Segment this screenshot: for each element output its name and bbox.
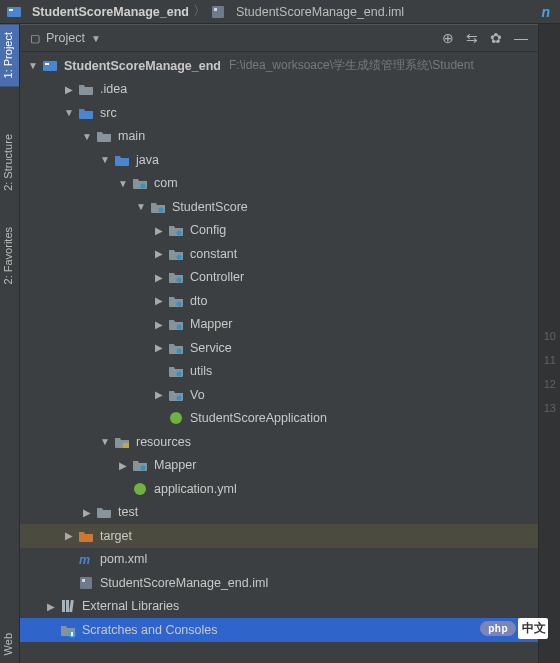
spring-icon	[132, 481, 148, 497]
svg-rect-24	[66, 600, 69, 612]
svg-point-8	[177, 231, 182, 236]
tree-row[interactable]: ▶utils	[20, 360, 538, 384]
tree-row[interactable]: ▶Mapper	[20, 454, 538, 478]
tree-row[interactable]: ▶External Libraries	[20, 595, 538, 619]
tree-row[interactable]: ▶StudentScoreManage_end.iml	[20, 571, 538, 595]
gutter-line-number: 12	[539, 378, 560, 402]
folder-grey-icon	[96, 504, 112, 520]
tree-row[interactable]: ▶Service	[20, 336, 538, 360]
svg-point-12	[177, 325, 182, 330]
tree-row[interactable]: ▶Config	[20, 219, 538, 243]
folder-blue-icon	[114, 152, 130, 168]
expand-arrow-icon[interactable]: ▶	[62, 530, 76, 541]
project-tree[interactable]: ▼ StudentScoreManage_end F:\idea_worksoa…	[20, 52, 538, 663]
breadcrumb-file-label: StudentScoreManage_end.iml	[236, 5, 404, 19]
left-tool-strip: 1: Project 2: Structure 2: Favorites Web	[0, 24, 20, 663]
package-icon	[168, 316, 184, 332]
expand-arrow-icon[interactable]: ▶	[152, 342, 166, 353]
svg-point-13	[177, 348, 182, 353]
svg-point-16	[170, 412, 182, 424]
tree-row[interactable]: ▶.idea	[20, 78, 538, 102]
expand-arrow-icon[interactable]: ▶	[152, 389, 166, 400]
tree-row-label: constant	[190, 247, 237, 261]
strip-tab-project[interactable]: 1: Project	[0, 24, 19, 86]
expand-arrow-icon[interactable]: ▶	[44, 601, 58, 612]
tree-row[interactable]: ▶dto	[20, 289, 538, 313]
strip-tab-favorites[interactable]: 2: Favorites	[0, 219, 19, 292]
tree-row[interactable]: ▼com	[20, 172, 538, 196]
collapse-arrow-icon[interactable]: ▼	[116, 178, 130, 189]
collapse-arrow-icon[interactable]: ▼	[80, 131, 94, 142]
breadcrumb-project[interactable]: StudentScoreManage_end	[6, 4, 189, 20]
scratch-icon	[60, 622, 76, 638]
expand-arrow-icon[interactable]: ▶	[152, 272, 166, 283]
tree-row[interactable]: ▼src	[20, 101, 538, 125]
breadcrumb-project-label: StudentScoreManage_end	[32, 5, 189, 19]
package-icon	[168, 363, 184, 379]
tree-row[interactable]: ▶constant	[20, 242, 538, 266]
tree-row[interactable]: ▶target	[20, 524, 538, 548]
folder-grey-icon	[78, 81, 94, 97]
package-icon	[132, 457, 148, 473]
tree-row[interactable]: ▶Vo	[20, 383, 538, 407]
tree-row[interactable]: ▶StudentScoreApplication	[20, 407, 538, 431]
collapse-arrow-icon[interactable]: ▼	[62, 107, 76, 118]
svg-rect-21	[80, 577, 92, 589]
project-panel-header: ▢ Project ▼ ⊕ ⇆ ✿ —	[20, 24, 538, 52]
gutter-line-number: 13	[539, 402, 560, 426]
library-icon	[60, 598, 76, 614]
tree-row[interactable]: ▶mpom.xml	[20, 548, 538, 572]
expand-arrow-icon[interactable]: ▶	[152, 248, 166, 259]
collapse-icon[interactable]: ⇆	[466, 30, 478, 46]
svg-rect-25	[69, 600, 74, 612]
tree-row-label: Mapper	[190, 317, 232, 331]
tree-row-label: Controller	[190, 270, 244, 284]
cn-label: 中文	[518, 618, 548, 639]
folder-grey-icon	[96, 128, 112, 144]
package-icon	[168, 246, 184, 262]
resources-icon	[114, 434, 130, 450]
svg-point-9	[177, 254, 182, 259]
expand-arrow-icon[interactable]: ▼	[26, 60, 40, 71]
tree-row[interactable]: ▼resources	[20, 430, 538, 454]
spring-icon	[168, 410, 184, 426]
locate-icon[interactable]: ⊕	[442, 30, 454, 46]
expand-arrow-icon[interactable]: ▶	[62, 84, 76, 95]
gutter-line-number: 10	[539, 330, 560, 354]
minimize-icon[interactable]: —	[514, 30, 528, 46]
collapse-arrow-icon[interactable]: ▼	[98, 154, 112, 165]
expand-arrow-icon[interactable]: ▶	[80, 507, 94, 518]
panel-title-label: Project	[46, 31, 85, 45]
expand-arrow-icon[interactable]: ▶	[152, 225, 166, 236]
tree-root-row[interactable]: ▼ StudentScoreManage_end F:\idea_worksoa…	[20, 54, 538, 78]
tree-row-label: External Libraries	[82, 599, 179, 613]
expand-arrow-icon[interactable]: ▶	[116, 460, 130, 471]
tree-row-label: utils	[190, 364, 212, 378]
tree-row[interactable]: ▶Mapper	[20, 313, 538, 337]
tree-row-label: StudentScoreApplication	[190, 411, 327, 425]
tree-row[interactable]: ▶test	[20, 501, 538, 525]
tree-row[interactable]: ▶Scratches and Consoles	[20, 618, 538, 642]
strip-tab-web[interactable]: Web	[0, 625, 19, 663]
expand-arrow-icon[interactable]: ▶	[152, 319, 166, 330]
tree-row[interactable]: ▶Controller	[20, 266, 538, 290]
panel-title[interactable]: ▢ Project ▼	[30, 31, 101, 45]
tree-row-label: com	[154, 176, 178, 190]
tree-row[interactable]: ▼StudentScore	[20, 195, 538, 219]
tree-row-label: .idea	[100, 82, 127, 96]
gear-icon[interactable]: ✿	[490, 30, 502, 46]
expand-arrow-icon[interactable]: ▶	[152, 295, 166, 306]
breadcrumb-file[interactable]: StudentScoreManage_end.iml	[210, 4, 404, 20]
tree-row-label: application.yml	[154, 482, 237, 496]
collapse-arrow-icon[interactable]: ▼	[98, 436, 112, 447]
tree-row[interactable]: ▼java	[20, 148, 538, 172]
module-icon	[42, 58, 58, 74]
tree-row[interactable]: ▶application.yml	[20, 477, 538, 501]
svg-rect-2	[212, 6, 224, 18]
tree-row[interactable]: ▼main	[20, 125, 538, 149]
svg-point-6	[141, 184, 146, 189]
svg-point-15	[177, 395, 182, 400]
tree-row-label: target	[100, 529, 132, 543]
strip-tab-structure[interactable]: 2: Structure	[0, 126, 19, 199]
collapse-arrow-icon[interactable]: ▼	[134, 201, 148, 212]
